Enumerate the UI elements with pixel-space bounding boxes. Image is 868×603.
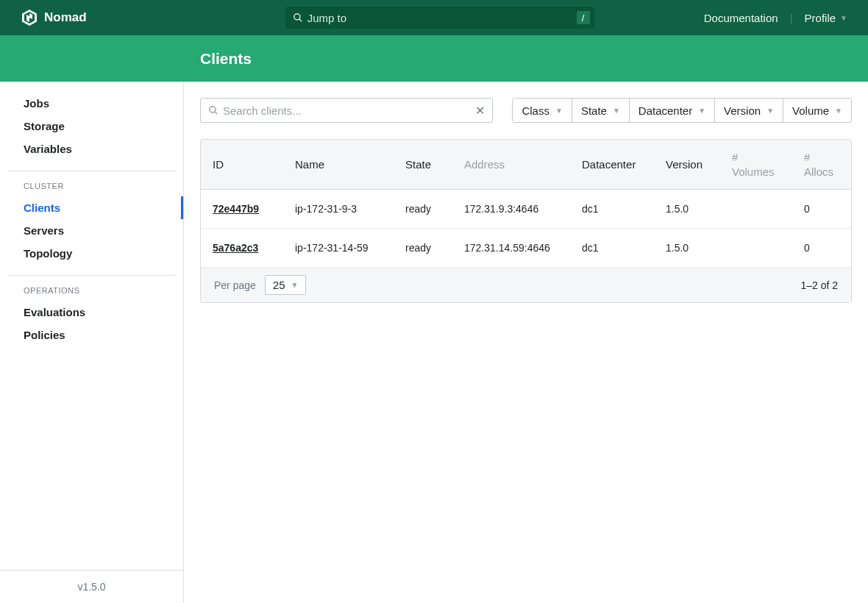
jump-to-input[interactable] — [307, 12, 577, 24]
per-page-label: Per page — [214, 279, 256, 291]
col-datacenter[interactable]: Datacenter — [570, 150, 654, 179]
sidebar-item-topology[interactable]: Topology — [15, 242, 168, 265]
table-header: ID Name State Address Datacenter Version… — [201, 140, 851, 190]
cell-address: 172.31.9.3:4646 — [452, 203, 570, 215]
client-id-link[interactable]: 5a76a2c3 — [213, 242, 258, 254]
cell-name: ip-172-31-14-59 — [283, 242, 394, 254]
caret-down-icon: ▼ — [766, 107, 774, 115]
jump-to-search[interactable]: / — [285, 7, 594, 29]
filter-volume[interactable]: Volume▼ — [783, 99, 851, 122]
sidebar-item-policies[interactable]: Policies — [15, 324, 168, 346]
clients-table: ID Name State Address Datacenter Version… — [200, 139, 852, 303]
sidebar: Jobs Storage Variables CLUSTER Clients S… — [0, 82, 184, 603]
sidebar-item-variables[interactable]: Variables — [15, 138, 168, 160]
svg-line-7 — [215, 112, 218, 115]
sidebar-item-clients[interactable]: Clients — [15, 196, 168, 219]
page-subheader: Clients — [0, 35, 868, 82]
profile-menu[interactable]: Profile ▼ — [805, 12, 847, 24]
caret-down-icon: ▼ — [835, 107, 842, 115]
nomad-logo-icon — [21, 9, 38, 26]
filter-state[interactable]: State▼ — [572, 99, 629, 122]
cell-name: ip-172-31-9-3 — [283, 203, 394, 215]
documentation-link[interactable]: Documentation — [704, 12, 778, 24]
sidebar-version: v1.5.0 — [0, 570, 183, 603]
sidebar-heading-cluster: CLUSTER — [15, 182, 168, 190]
search-clients-input[interactable] — [223, 104, 475, 117]
cell-allocs: 0 — [792, 203, 851, 215]
search-icon — [293, 13, 303, 23]
client-id-link[interactable]: 72e447b9 — [213, 203, 259, 215]
col-state[interactable]: State — [394, 150, 452, 179]
filter-group: Class▼ State▼ Datacenter▼ Version▼ Volum… — [512, 98, 852, 123]
cell-state: ready — [394, 203, 452, 215]
page-title: Clients — [200, 50, 252, 68]
cell-datacenter: dc1 — [570, 242, 654, 254]
svg-point-4 — [294, 14, 299, 20]
svg-point-6 — [210, 107, 216, 113]
brand[interactable]: Nomad — [21, 9, 87, 26]
table-row[interactable]: 5a76a2c3 ip-172-31-14-59 ready 172.31.14… — [201, 229, 851, 268]
col-name[interactable]: Name — [283, 150, 394, 179]
col-volumes: # Volumes — [720, 150, 792, 179]
filter-datacenter[interactable]: Datacenter▼ — [629, 99, 714, 122]
cell-address: 172.31.14.59:4646 — [452, 242, 570, 254]
sidebar-item-storage[interactable]: Storage — [15, 115, 168, 138]
topbar-right: Documentation | Profile ▼ — [704, 12, 847, 24]
cell-datacenter: dc1 — [570, 203, 654, 215]
controls-row: ✕ Class▼ State▼ Datacenter▼ Version▼ Vol… — [200, 98, 852, 123]
table-row[interactable]: 72e447b9 ip-172-31-9-3 ready 172.31.9.3:… — [201, 190, 851, 229]
col-version[interactable]: Version — [654, 150, 720, 179]
caret-down-icon: ▼ — [840, 14, 847, 22]
main-content: ✕ Class▼ State▼ Datacenter▼ Version▼ Vol… — [184, 82, 868, 603]
caret-down-icon: ▼ — [613, 107, 620, 115]
filter-version[interactable]: Version▼ — [714, 99, 783, 122]
clear-search-icon[interactable]: ✕ — [475, 104, 485, 118]
svg-line-5 — [299, 19, 302, 22]
search-clients-box[interactable]: ✕ — [200, 98, 493, 123]
caret-down-icon: ▼ — [698, 107, 705, 115]
table-footer: Per page 25 ▼ 1–2 of 2 — [201, 268, 851, 302]
top-bar: Nomad / Documentation | Profile ▼ — [0, 0, 868, 35]
cell-version: 1.5.0 — [654, 242, 720, 254]
col-id[interactable]: ID — [201, 150, 283, 179]
caret-down-icon: ▼ — [291, 281, 299, 289]
cell-volumes — [720, 242, 792, 254]
sidebar-item-evaluations[interactable]: Evaluations — [15, 301, 168, 324]
brand-label: Nomad — [44, 10, 87, 25]
caret-down-icon: ▼ — [555, 107, 563, 115]
sidebar-item-jobs[interactable]: Jobs — [15, 92, 168, 115]
profile-label: Profile — [805, 12, 836, 24]
col-address: Address — [452, 150, 570, 179]
filter-class[interactable]: Class▼ — [513, 99, 571, 122]
slash-shortcut-badge: / — [577, 11, 590, 24]
cell-volumes — [720, 203, 792, 215]
col-allocs: # Allocs — [792, 150, 851, 179]
cell-state: ready — [394, 242, 452, 254]
per-page-select[interactable]: 25 ▼ — [265, 275, 307, 295]
cell-version: 1.5.0 — [654, 203, 720, 215]
sidebar-heading-operations: OPERATIONS — [15, 286, 168, 295]
pagination-info: 1–2 of 2 — [800, 279, 838, 291]
sidebar-item-servers[interactable]: Servers — [15, 219, 168, 242]
cell-allocs: 0 — [792, 242, 851, 254]
search-icon — [208, 105, 218, 115]
topbar-divider: | — [790, 12, 793, 24]
